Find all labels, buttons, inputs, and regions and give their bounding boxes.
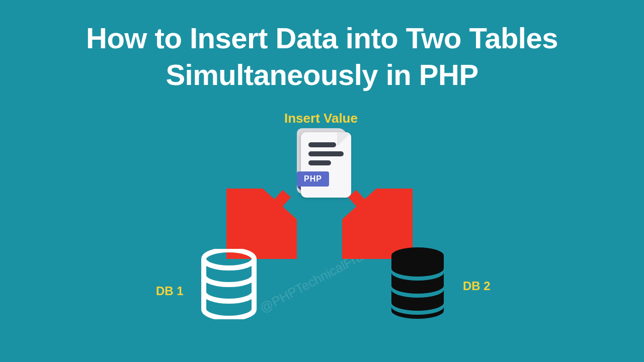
db1-label: DB 1 bbox=[156, 284, 184, 298]
php-file-icon: PHP bbox=[292, 128, 352, 199]
svg-line-1 bbox=[352, 194, 397, 244]
php-badge-label: PHP bbox=[297, 171, 329, 187]
page-title: How to Insert Data into Two Tables Simul… bbox=[0, 0, 644, 93]
diagram-container: @PHPTechnicalFramework Insert Value PHP bbox=[0, 98, 644, 329]
svg-point-2 bbox=[204, 250, 254, 268]
arrow-left-icon bbox=[226, 189, 297, 259]
db2-label: DB 2 bbox=[463, 279, 491, 293]
insert-value-label: Insert Value bbox=[284, 111, 358, 126]
svg-line-0 bbox=[242, 194, 287, 244]
database-left-icon bbox=[199, 249, 259, 319]
database-right-icon bbox=[387, 246, 448, 317]
